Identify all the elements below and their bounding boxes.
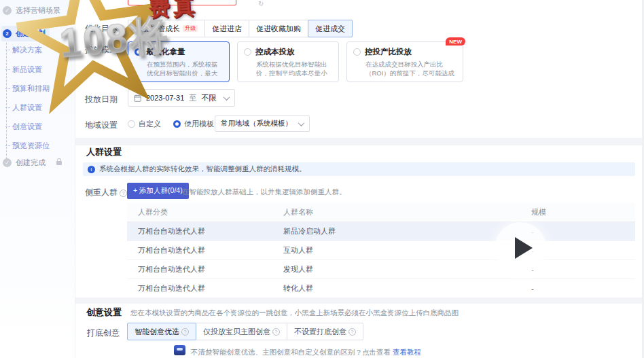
table-header-row: 人群分类 人群名称 规模 xyxy=(127,203,635,222)
sidebar-item-creative[interactable]: 创意设置 xyxy=(12,122,42,132)
tab-label: 新品托管成长 xyxy=(135,24,180,34)
sidebar-step-label: 创建完成 xyxy=(16,158,46,168)
mode-card-roi-control[interactable]: NEW 控投产比投放 在达成成交目标投入产出比（ROI）的前提下，尽可能达成更多… xyxy=(346,41,463,82)
region-label: 地域设置 xyxy=(85,120,118,131)
creative-section-subtitle: 您在本模块设置的为商品在各个资源位的一跳创意，小黑盒上新场景必须在小黑盒资源位上… xyxy=(130,308,459,318)
cell-name: 发现人群 xyxy=(283,264,531,274)
add-audience-button[interactable]: + 添加人群(0/4) xyxy=(127,183,189,199)
sidebar-step-create-plan[interactable]: 2 创建计划 xyxy=(1,26,50,41)
section-divider xyxy=(75,138,644,145)
mode-card-cost-control[interactable]: 控成本投放 系统根据优化目标智能出价，控制平均成本尽量小于设置的成本预期价... xyxy=(237,41,339,82)
sidebar-item-new-item[interactable]: 新品设置 xyxy=(12,65,42,75)
step-tree-line xyxy=(6,39,7,166)
radio-label: 使用模板 xyxy=(184,119,214,129)
table-row[interactable]: 万相台自动迭代人群 发现人群 - xyxy=(127,260,635,279)
tutorial-icon xyxy=(174,345,185,355)
sidebar-step-label: 创建计划 xyxy=(16,29,46,39)
date-range-picker[interactable]: 2023-07-31 至 不限 xyxy=(128,89,235,107)
radio-checked-icon xyxy=(135,48,142,56)
tab-promote-favorite[interactable]: 促进收藏加购 xyxy=(249,20,308,37)
tab-label: 促进进店 xyxy=(212,24,242,34)
tab-new-item-growth[interactable]: 新品托管成长 升级 xyxy=(128,20,205,37)
table-row[interactable]: 万相台自动迭代人群 互动人群 - xyxy=(127,241,635,260)
tab-promote-visit[interactable]: 促进进店 xyxy=(204,20,249,37)
cell-category: 万相台自动迭代人群 xyxy=(127,245,283,255)
audience-notice-bar: i 系统会根据人群的实际转化效果，智能调整侧重人群的消耗规模。 xyxy=(83,162,635,176)
help-icon[interactable]: ? xyxy=(272,328,280,336)
base-creative-label: 打底创意 xyxy=(87,327,120,339)
chevron-down-icon xyxy=(298,120,305,126)
creative-tip: 不清楚智能创意优选、主图创意和自定义创意的区别？点击查看查看教程 xyxy=(191,348,421,357)
mode-label: 投放模式 xyxy=(85,44,118,56)
add-audience-hint: 在智能投放人群基础上，以并集逻辑添加侧重人群。 xyxy=(182,187,346,197)
refresh-icon[interactable]: ↻ xyxy=(258,0,264,7)
col-header-category: 人群分类 xyxy=(127,207,283,217)
mode-card-desc: 系统根据优化目标智能出价，控制平均成本尽量小于设置的成本预期价... xyxy=(256,60,332,77)
radio-icon xyxy=(244,48,251,56)
region-template-select[interactable]: 常用地域（系统模板） xyxy=(215,115,310,132)
sidebar-step-label: 选择营销场景 xyxy=(16,5,60,16)
cell-scale: - xyxy=(531,285,635,293)
tab-promote-deal[interactable]: 促进成交 xyxy=(308,20,353,37)
cell-scale: - xyxy=(531,266,635,274)
upgrade-badge: 升级 xyxy=(183,25,198,32)
option-label: 智能创意优选 xyxy=(135,327,179,337)
region-template-radio[interactable]: 使用模板 xyxy=(173,119,214,129)
option-main-image-only[interactable]: 仅投放宝贝主图创意? xyxy=(196,323,287,340)
help-icon[interactable]: ? xyxy=(120,190,127,197)
audience-table: 人群分类 人群名称 规模 万相台自动迭代人群 新品冷启动人群 - 万相台自动迭代… xyxy=(127,203,635,298)
base-creative-options: 智能创意优选? 仅投放宝贝主图创意? 不设置打底创意? xyxy=(127,323,363,340)
plan-name-input[interactable] xyxy=(128,0,236,5)
radio-icon xyxy=(353,48,361,56)
help-icon[interactable]: ? xyxy=(348,328,356,336)
label-text: 侧重人群 xyxy=(85,187,118,197)
sidebar-item-preview[interactable]: 预览资源位 xyxy=(12,141,50,151)
date-to-text: 至 xyxy=(189,93,196,103)
cell-category: 万相台自动迭代人群 xyxy=(127,283,283,293)
cell-name: 新品冷启动人群 xyxy=(283,226,531,236)
steps-sidebar: ✓ 选择营销场景 2 创建计划 解决方案 新品设置 预算和排期 人群设置 创意设… xyxy=(0,0,75,358)
region-custom-radio[interactable]: 自定义 xyxy=(128,119,161,129)
table-row[interactable]: 万相台自动迭代人群 新品冷启动人群 - xyxy=(127,222,635,241)
mode-card-desc: 在预算范围内，系统根据优化目标智能出价，最大化拿量规模。 xyxy=(147,60,223,77)
chevron-down-icon xyxy=(223,94,230,101)
mode-option-cards: 最大化拿量 在预算范围内，系统根据优化目标智能出价，最大化拿量规模。 控成本投放… xyxy=(128,41,463,82)
mode-card-title: 控成本投放 xyxy=(255,47,295,57)
check-circle-icon: ✓ xyxy=(3,158,12,167)
calendar-icon xyxy=(134,94,141,102)
option-label: 仅投放宝贝主图创意 xyxy=(203,327,270,337)
cell-category: 万相台自动迭代人群 xyxy=(127,226,283,236)
sidebar-item-budget[interactable]: 预算和排期 xyxy=(12,84,50,94)
date-label: 投放日期 xyxy=(85,94,118,105)
mode-card-title: 最大化拿量 xyxy=(146,47,185,57)
table-row[interactable]: 万相台自动迭代人群 转化人群 - xyxy=(127,279,635,298)
sidebar-step-finish: ✓ 创建完成 xyxy=(3,158,62,168)
cell-category: 万相台自动迭代人群 xyxy=(127,264,283,274)
cell-name: 转化人群 xyxy=(283,283,531,293)
section-divider xyxy=(75,298,644,304)
optimize-goal-tabs: 新品托管成长 升级 促进进店 促进收藏加购 促进成交 xyxy=(128,20,353,37)
lock-icon xyxy=(56,161,62,165)
sidebar-step-scene[interactable]: ✓ 选择营销场景 xyxy=(3,5,60,16)
sidebar-item-solution[interactable]: 解决方案 xyxy=(12,45,42,55)
sidebar-item-audience[interactable]: 人群设置 xyxy=(12,103,42,113)
help-icon[interactable]: ? xyxy=(181,328,189,336)
info-icon: i xyxy=(88,166,95,173)
mode-card-max-volume[interactable]: 最大化拿量 在预算范围内，系统根据优化目标智能出价，最大化拿量规模。 xyxy=(128,41,230,82)
step-number-icon: 2 xyxy=(3,29,12,38)
video-play-button[interactable] xyxy=(495,222,546,274)
cell-scale: - xyxy=(531,228,635,236)
cell-scale: - xyxy=(531,247,635,255)
radio-label: 自定义 xyxy=(139,119,161,129)
notice-text: 系统会根据人群的实际转化效果，智能调整侧重人群的消耗规模。 xyxy=(99,164,306,174)
focus-audience-label: 侧重人群? xyxy=(85,187,127,198)
tab-label: 促进成交 xyxy=(315,24,345,34)
campaign-setup-page: ✓ 选择营销场景 2 创建计划 解决方案 新品设置 预算和排期 人群设置 创意设… xyxy=(0,0,644,358)
option-smart-creative[interactable]: 智能创意优选? xyxy=(127,323,196,340)
check-circle-icon: ✓ xyxy=(3,6,12,15)
new-badge: NEW xyxy=(446,37,465,46)
radio-checked-icon xyxy=(173,120,181,128)
audience-section-title: 人群设置 xyxy=(86,146,122,158)
option-no-base-creative[interactable]: 不设置打底创意? xyxy=(287,323,363,340)
tutorial-link[interactable]: 查看教程 xyxy=(393,348,421,356)
